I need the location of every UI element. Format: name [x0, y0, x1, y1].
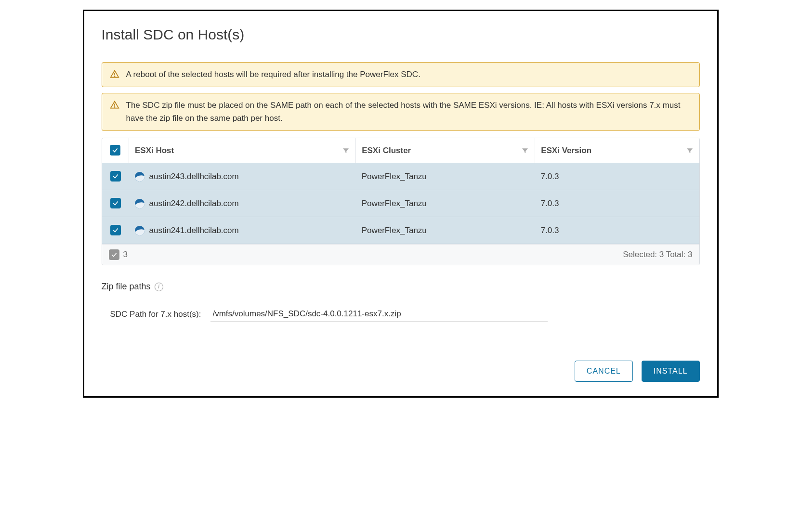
alert-text: The SDC zip file must be placed on the S…	[126, 99, 692, 125]
col-header-version: ESXi Version	[541, 146, 591, 156]
hosts-table: ESXi Host ESXi Cluster	[102, 138, 700, 265]
row-checkbox[interactable]	[110, 198, 121, 208]
host-icon	[135, 172, 144, 182]
alert-reboot: A reboot of the selected hosts will be r…	[102, 62, 700, 87]
host-cluster: PowerFlex_Tanzu	[356, 190, 535, 217]
warning-icon	[110, 100, 119, 110]
col-header-host: ESXi Host	[135, 146, 174, 156]
col-header-cluster: ESXi Cluster	[362, 146, 411, 156]
row-checkbox[interactable]	[110, 225, 121, 235]
host-icon	[135, 199, 144, 208]
install-button[interactable]: INSTALL	[642, 361, 700, 382]
footer-checkbox[interactable]	[109, 249, 119, 260]
select-all-checkbox[interactable]	[110, 145, 120, 156]
table-row[interactable]: austin242.dellhcilab.com PowerFlex_Tanzu…	[102, 190, 699, 217]
svg-point-3	[114, 107, 115, 107]
row-checkbox[interactable]	[110, 171, 121, 182]
host-cluster: PowerFlex_Tanzu	[356, 217, 535, 244]
host-version: 7.0.3	[535, 217, 699, 244]
table-row[interactable]: austin243.dellhcilab.com PowerFlex_Tanzu…	[102, 163, 699, 190]
dialog-actions: CANCEL INSTALL	[102, 361, 700, 382]
sdc-path-label: SDC Path for 7.x host(s):	[110, 310, 201, 319]
sdc-path-input[interactable]	[210, 306, 548, 322]
host-name: austin241.dellhcilab.com	[149, 226, 239, 235]
alert-text: A reboot of the selected hosts will be r…	[126, 68, 420, 81]
alert-path: The SDC zip file must be placed on the S…	[102, 93, 700, 131]
zip-paths-section: Zip file paths i SDC Path for 7.x host(s…	[102, 282, 700, 322]
host-version: 7.0.3	[535, 163, 699, 190]
footer-count: 3	[123, 250, 128, 260]
cancel-button[interactable]: CANCEL	[575, 361, 633, 382]
host-cluster: PowerFlex_Tanzu	[356, 163, 535, 190]
install-sdc-dialog: Install SDC on Host(s) A reboot of the s…	[83, 10, 719, 398]
table-row[interactable]: austin241.dellhcilab.com PowerFlex_Tanzu…	[102, 217, 699, 244]
filter-icon[interactable]	[521, 147, 529, 155]
dialog-title: Install SDC on Host(s)	[102, 26, 700, 43]
host-name: austin243.dellhcilab.com	[149, 172, 239, 182]
warning-icon	[110, 69, 119, 79]
table-footer: 3 Selected: 3 Total: 3	[102, 244, 699, 265]
filter-icon[interactable]	[342, 147, 350, 155]
info-icon[interactable]: i	[155, 283, 163, 291]
host-version: 7.0.3	[535, 190, 699, 217]
host-icon	[135, 226, 144, 235]
footer-summary: Selected: 3 Total: 3	[623, 250, 692, 260]
filter-icon[interactable]	[686, 147, 694, 155]
paths-section-label: Zip file paths	[102, 282, 151, 292]
svg-point-1	[114, 76, 115, 77]
host-name: austin242.dellhcilab.com	[149, 199, 239, 208]
